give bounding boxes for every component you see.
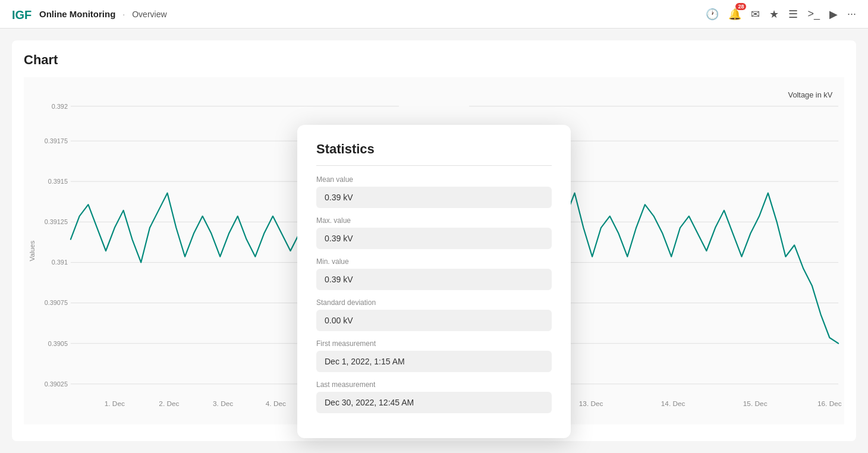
- terminal-icon[interactable]: >_: [807, 8, 820, 20]
- svg-text:2. Dec: 2. Dec: [159, 399, 179, 407]
- svg-text:14. Dec: 14. Dec: [661, 399, 685, 407]
- svg-text:Values: Values: [28, 240, 36, 261]
- stat-first-label: First measurement: [316, 339, 552, 348]
- svg-text:3. Dec: 3. Dec: [213, 399, 233, 407]
- svg-text:16. Dec: 16. Dec: [817, 399, 842, 407]
- stat-stddev: Standard deviation 0.00 kV: [316, 298, 552, 331]
- stat-max: Max. value 0.39 kV: [316, 216, 552, 249]
- clock-icon[interactable]: 🕐: [706, 8, 719, 21]
- statistics-title: Statistics: [316, 141, 552, 166]
- svg-text:0.39025: 0.39025: [45, 380, 68, 388]
- notifications-icon[interactable]: 🔔 28: [728, 8, 741, 21]
- chart-area: Values 0.392 0.39175 0.3915 0.39125 0.39…: [24, 77, 844, 424]
- notification-badge: 28: [735, 3, 746, 10]
- stat-stddev-value: 0.00 kV: [316, 310, 552, 331]
- stat-first: First measurement Dec 1, 2022, 1:15 AM: [316, 339, 552, 372]
- logo-icon: IGF: [12, 6, 32, 23]
- svg-text:4. Dec: 4. Dec: [266, 399, 286, 407]
- svg-text:0.3905: 0.3905: [48, 340, 68, 347]
- star-icon[interactable]: ★: [769, 8, 779, 21]
- statistics-overlay: Statistics Mean value 0.39 kV Max. value…: [297, 125, 571, 438]
- breadcrumb-separator: ·: [122, 10, 125, 19]
- stat-min-value: 0.39 kV: [316, 269, 552, 290]
- stat-mean: Mean value 0.39 kV: [316, 175, 552, 208]
- stat-mean-label: Mean value: [316, 175, 552, 184]
- svg-text:1. Dec: 1. Dec: [105, 399, 125, 407]
- chart-panel: Chart Values 0.392 0.39175 0.3915 0.3912…: [12, 40, 856, 441]
- stat-max-label: Max. value: [316, 216, 552, 225]
- app-title: Online Monitoring: [39, 9, 115, 19]
- chart-title: Chart: [24, 52, 844, 68]
- more-icon[interactable]: ···: [847, 8, 856, 20]
- list-icon[interactable]: ☰: [788, 8, 798, 21]
- svg-text:13. Dec: 13. Dec: [579, 399, 603, 407]
- svg-text:0.39175: 0.39175: [45, 137, 68, 144]
- app-header: IGF Online Monitoring · Overview 🕐 🔔 28 …: [0, 0, 868, 29]
- svg-text:IGF: IGF: [12, 8, 32, 21]
- svg-text:0.391: 0.391: [52, 259, 68, 266]
- stat-last: Last measurement Dec 30, 2022, 12:45 AM: [316, 380, 552, 413]
- stat-stddev-label: Standard deviation: [316, 298, 552, 307]
- main-content: Chart Values 0.392 0.39175 0.3915 0.3912…: [0, 29, 868, 453]
- svg-text:Voltage in kV: Voltage in kV: [788, 90, 833, 99]
- svg-text:15. Dec: 15. Dec: [743, 399, 768, 407]
- svg-text:0.392: 0.392: [52, 103, 68, 110]
- stat-max-value: 0.39 kV: [316, 228, 552, 249]
- play-icon[interactable]: ▶: [829, 8, 838, 21]
- logo: IGF: [12, 6, 32, 23]
- stat-first-value: Dec 1, 2022, 1:15 AM: [316, 351, 552, 372]
- svg-text:0.39075: 0.39075: [45, 300, 68, 307]
- stat-last-value: Dec 30, 2022, 12:45 AM: [316, 392, 552, 413]
- svg-text:0.3915: 0.3915: [48, 178, 68, 185]
- stat-min-label: Min. value: [316, 257, 552, 266]
- stat-min: Min. value 0.39 kV: [316, 257, 552, 290]
- header-icons: 🕐 🔔 28 ✉ ★ ☰ >_ ▶ ···: [706, 8, 856, 21]
- stat-mean-value: 0.39 kV: [316, 187, 552, 208]
- stat-last-label: Last measurement: [316, 380, 552, 389]
- mail-icon[interactable]: ✉: [751, 8, 760, 21]
- svg-text:0.39125: 0.39125: [45, 218, 68, 225]
- breadcrumb: Overview: [132, 10, 166, 19]
